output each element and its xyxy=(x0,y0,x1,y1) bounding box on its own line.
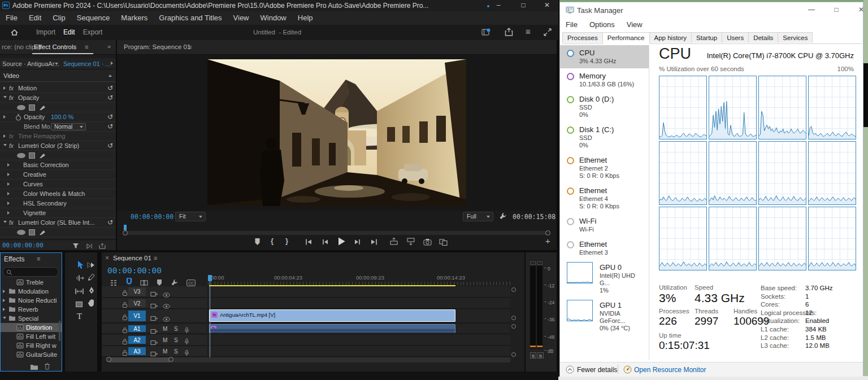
sidebar-item-wi-fi-wi-fi[interactable]: Wi-FiWi-Fi xyxy=(560,213,649,237)
sidebar-item-ethernet-ethernet-3[interactable]: EthernetEthernet 3 xyxy=(560,237,649,260)
lock-icon[interactable] xyxy=(122,348,128,359)
trash-icon[interactable] xyxy=(44,362,51,372)
mark-out-icon[interactable]: } xyxy=(285,237,288,245)
home-icon[interactable] xyxy=(10,28,19,39)
tm-tab-performance[interactable]: Performance xyxy=(602,32,650,44)
tab-effect-controls[interactable]: Effect Controls xyxy=(34,43,76,50)
program-scrubber[interactable] xyxy=(117,225,557,234)
cpu-core-graph-10[interactable] xyxy=(758,207,806,270)
source-clip-selector[interactable]: Source · AntiguaAr... xyxy=(2,58,59,69)
sidebar-item-memory-10-1-63-8-gb-16[interactable]: Memory10.1/63.8 GB (16%) xyxy=(560,68,649,91)
video-section-header[interactable]: Video xyxy=(0,70,116,82)
workspace-tab-export[interactable]: Export xyxy=(83,25,103,40)
mute-button[interactable]: M xyxy=(163,335,167,346)
menu-graphics-and-titles[interactable]: Graphics and Titles xyxy=(153,11,227,25)
sequence-clip-selector[interactable]: Sequence 01 · ... xyxy=(63,58,111,69)
play-audio-icon[interactable] xyxy=(86,242,94,252)
tm-menu-file[interactable]: File xyxy=(566,18,584,32)
sidebar-item-gpu-0-intel-r-uhd-g[interactable]: GPU 0Intel(R) UHD G...1% xyxy=(560,260,649,298)
sidebar-item-ethernet-ethernet-4[interactable]: EthernetEthernet 4S: 0 R: 0 Kbps xyxy=(560,183,649,213)
menu-window[interactable]: Window xyxy=(255,11,292,25)
blend-mode-dropdown[interactable]: Normal xyxy=(51,123,86,130)
effects-item-reverb[interactable]: Reverb xyxy=(1,305,62,314)
sidebar-item-disk-1-c-ssd[interactable]: Disk 1 (C:)SSD0% xyxy=(560,122,649,152)
slip-tool-icon[interactable] xyxy=(75,287,84,297)
selection-tool-icon[interactable] xyxy=(76,260,84,272)
chevron-right-icon[interactable] xyxy=(7,173,10,176)
sidebar-item-cpu-3-4-33-ghz[interactable]: CPU3% 4.33 GHz xyxy=(560,45,649,68)
close-button[interactable]: ✕ xyxy=(852,3,868,16)
toggle-track-visibility-icon[interactable] xyxy=(163,314,170,324)
ripple-edit-tool-icon[interactable] xyxy=(75,274,84,284)
effect-row-time-remapping[interactable]: fxTime Remapping xyxy=(0,132,116,141)
track-target-a1[interactable]: A1 xyxy=(128,325,146,332)
track-lane-a2[interactable] xyxy=(208,335,510,346)
lock-icon[interactable] xyxy=(122,300,128,311)
chevron-down-icon[interactable] xyxy=(3,221,7,223)
play-button-icon[interactable] xyxy=(337,237,346,248)
track-target-v2[interactable]: V2 xyxy=(128,299,146,307)
chevron-right-icon[interactable] xyxy=(7,192,10,195)
export-icon[interactable] xyxy=(98,242,106,252)
step-back-icon[interactable] xyxy=(322,238,328,248)
chevron-right-icon[interactable] xyxy=(7,211,10,215)
chevron-right-icon[interactable] xyxy=(3,290,5,293)
cpu-core-graph-3[interactable] xyxy=(808,76,856,139)
reset-icon[interactable]: ↺ xyxy=(107,84,113,93)
source-patch-icon[interactable] xyxy=(150,313,158,324)
workspace-switcher-icon[interactable] xyxy=(481,28,491,38)
rectangle-tool-icon[interactable] xyxy=(75,300,83,310)
rectangle-mask-icon[interactable] xyxy=(29,152,35,159)
effects-item-noise-reducti[interactable]: Noise Reducti xyxy=(1,296,62,305)
chevron-right-icon[interactable] xyxy=(3,86,6,90)
effects-item-fill-left-wit[interactable]: Fill Left wit xyxy=(1,332,62,341)
mic-icon[interactable] xyxy=(184,326,189,336)
chevron-down-icon[interactable] xyxy=(3,96,7,98)
cpu-core-graph-1[interactable] xyxy=(709,76,757,139)
cpu-core-graph-4[interactable] xyxy=(659,141,707,205)
effect-controls-timecode[interactable]: 00:00:00:00 xyxy=(2,242,44,249)
playback-quality-dropdown[interactable]: Full xyxy=(463,212,493,221)
fullscreen-icon[interactable] xyxy=(544,28,552,38)
effects-item-distortion[interactable]: Distortion xyxy=(1,323,62,332)
wrench-icon[interactable] xyxy=(499,212,507,222)
track-target-v1[interactable]: V1 xyxy=(128,311,146,321)
audio-clip-antigua[interactable]: fx xyxy=(209,324,455,333)
zoom-level-dropdown[interactable]: Fit xyxy=(175,212,206,221)
effect-row-motion[interactable]: fxMotion↺ xyxy=(0,84,116,93)
track-target-a3[interactable]: A3 xyxy=(128,347,146,355)
chevron-right-icon[interactable] xyxy=(7,182,10,186)
lumetri-section-color-wheels-match[interactable]: Color Wheels & Match xyxy=(0,189,116,199)
rectangle-mask-icon[interactable] xyxy=(29,229,35,235)
ellipse-mask-icon[interactable] xyxy=(17,105,25,110)
filter-properties-icon[interactable] xyxy=(72,242,80,252)
solo-left-button[interactable]: S xyxy=(530,352,536,359)
chevron-right-icon[interactable] xyxy=(7,202,10,205)
maximize-button[interactable]: □ xyxy=(827,3,846,16)
mark-in-icon[interactable]: { xyxy=(271,237,274,245)
open-resource-monitor-link[interactable]: Open Resource Monitor xyxy=(634,366,706,374)
effects-item-guitarsuite[interactable]: GuitarSuite xyxy=(1,350,62,359)
cpu-core-graph-6[interactable] xyxy=(758,141,806,205)
collapse-icon[interactable] xyxy=(108,75,112,77)
tm-menu-options[interactable]: Options xyxy=(589,18,621,32)
lift-icon[interactable] xyxy=(389,237,398,248)
zoom-handle-left[interactable] xyxy=(106,357,111,362)
menu-sequence[interactable]: Sequence xyxy=(71,11,116,25)
cpu-core-graph-0[interactable] xyxy=(659,76,707,139)
tab-sequence-01[interactable]: Sequence 01 xyxy=(113,255,151,261)
menu-clip[interactable]: Clip xyxy=(47,11,71,25)
cpu-core-graph-8[interactable] xyxy=(659,207,707,270)
zoom-handle-right[interactable] xyxy=(168,357,173,362)
cpu-core-graph-5[interactable] xyxy=(709,141,757,205)
track-lane-a3[interactable] xyxy=(208,346,510,357)
chevron-right-icon[interactable] xyxy=(7,163,10,167)
lock-icon[interactable] xyxy=(122,289,128,299)
minimize-button[interactable]: — xyxy=(802,3,821,16)
mic-icon[interactable] xyxy=(184,337,189,347)
program-timecode[interactable]: 00:00:00:00 xyxy=(131,213,173,221)
extract-icon[interactable] xyxy=(406,237,415,248)
pen-tool-icon[interactable] xyxy=(88,286,95,296)
workspace-tab-edit[interactable]: Edit xyxy=(63,25,75,40)
solo-button[interactable]: S xyxy=(174,346,178,357)
